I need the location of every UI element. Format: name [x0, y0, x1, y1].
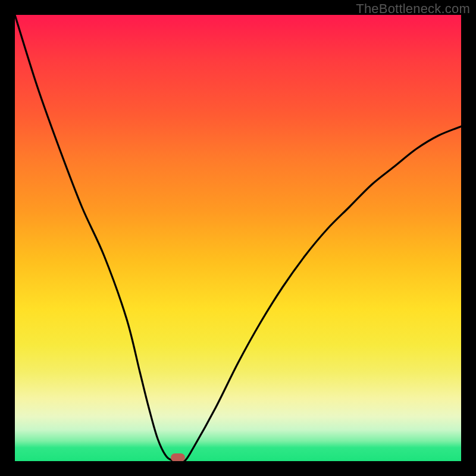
watermark-text: TheBottleneck.com [356, 1, 470, 17]
curve-svg [15, 15, 461, 461]
bottleneck-curve [15, 15, 461, 461]
chart-frame: TheBottleneck.com [0, 0, 476, 476]
optimum-marker [171, 453, 185, 461]
plot-area [15, 15, 461, 461]
